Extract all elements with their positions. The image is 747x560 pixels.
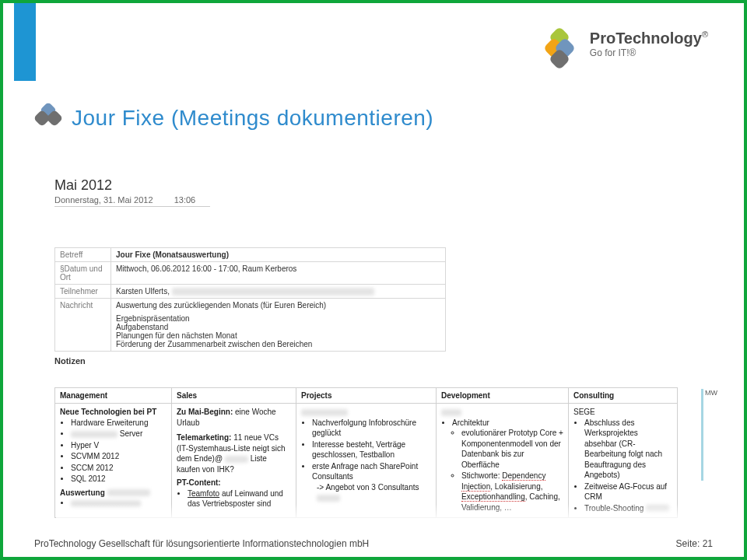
col-management: Management (55, 388, 172, 404)
note-page: Mai 2012 Donnerstag, 31. Mai 2012 13:06 … (54, 177, 694, 512)
notes-heading: Notizen (54, 356, 86, 366)
meeting-participants: Karsten Ulferts, (111, 285, 446, 299)
redacted (71, 431, 117, 438)
redacted (301, 409, 348, 416)
note-time: 13:06 (174, 195, 196, 205)
note-title: Mai 2012 (54, 177, 694, 194)
meeting-date-place: Mittwoch, 06.06.2012 16:00 - 17:00, Raum… (111, 262, 446, 285)
slide-footer: ProTechnology Gesellschaft für lösungsor… (34, 538, 713, 549)
cell-projects: Nachverfolgung Infobroschüre geglückt In… (296, 404, 437, 518)
brand-icon (546, 30, 584, 67)
label-participants: Teilnehmer (55, 285, 111, 299)
accent-tab (14, 3, 36, 81)
revision-author: MW (705, 389, 717, 397)
cell-consulting: SEGE Abschluss des Werksprojektes absehb… (569, 404, 678, 518)
revision-bar (701, 389, 703, 481)
label-subject: Betreff (55, 248, 111, 262)
redacted (71, 500, 141, 507)
meeting-subject: Jour Fixe (Monatsauswertung) (116, 250, 229, 259)
redacted (441, 409, 461, 416)
slide-heading: Jour Fixe (Meetings dokumentieren) (36, 104, 433, 132)
label-date-place: §Datum und Ort (55, 262, 111, 285)
col-development: Development (437, 388, 569, 404)
col-consulting: Consulting (569, 388, 678, 404)
meeting-message: Auswertung des zurückliegenden Monats (f… (111, 299, 446, 352)
col-projects: Projects (296, 388, 437, 404)
note-date: Donnerstag, 31. Mai 2012 (54, 195, 153, 205)
slide-title: Jour Fixe (Meetings dokumentieren) (72, 106, 433, 131)
redacted (107, 489, 150, 496)
cell-development: Architektur evolutionärer Prototyp Core … (437, 404, 569, 518)
title-icon (36, 104, 64, 132)
brand-registered: ® (702, 30, 708, 39)
redacted (225, 456, 248, 463)
brand-slogan: Go for IT!® (590, 48, 708, 58)
redacted (317, 495, 340, 502)
footer-company: ProTechnology Gesellschaft für lösungsor… (34, 538, 369, 549)
brand-logo: ProTechnology® Go for IT!® (546, 30, 708, 67)
cell-management: Neue Technologien bei PT Hardware Erweit… (55, 404, 172, 518)
redacted (172, 288, 374, 296)
notes-grid: Management Sales Projects Development Co… (54, 387, 678, 518)
label-message: Nachricht (55, 299, 111, 352)
footer-page: Seite: 21 (676, 538, 713, 549)
col-sales: Sales (172, 388, 296, 404)
brand-name: ProTechnology (590, 30, 702, 47)
cell-sales: Zu Mai-Beginn: eine Woche Urlaub Telemar… (172, 404, 296, 518)
redacted (646, 505, 669, 512)
meeting-table: Betreff Jour Fixe (Monatsauswertung) §Da… (54, 247, 446, 352)
note-meta: Donnerstag, 31. Mai 2012 13:06 (54, 195, 210, 207)
